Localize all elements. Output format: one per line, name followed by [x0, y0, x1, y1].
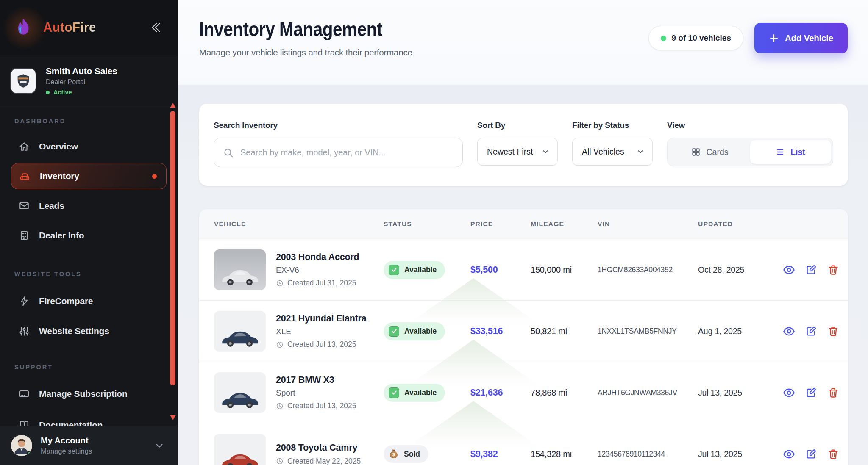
edit-icon [805, 264, 817, 276]
eye-icon [783, 264, 795, 276]
sidebar-item-overview[interactable]: Overview [11, 133, 167, 160]
column-header-price: PRICE [470, 220, 531, 228]
clock-icon [276, 457, 284, 465]
edit-button[interactable] [805, 387, 817, 399]
page-header: Inventory Management Manage your vehicle… [199, 0, 848, 85]
vehicle-trim: EX-V6 [276, 266, 359, 275]
sidebar: AutoFire Smith Auto Sales Dealer Portal … [0, 0, 178, 465]
column-header-vin: VIN [598, 220, 698, 228]
bolt-icon [19, 296, 30, 307]
vehicle-photo [214, 249, 266, 290]
sidebar-item-firecompare[interactable]: FireCompare [11, 288, 167, 314]
add-vehicle-button[interactable]: Add Vehicle [754, 23, 848, 53]
edit-icon [805, 387, 817, 399]
view-button[interactable] [783, 325, 795, 338]
car-icon [19, 171, 31, 182]
status-badge: Available [384, 384, 445, 402]
sidebar-item-leads[interactable]: Leads [11, 193, 167, 219]
status-filter-label: Filter by Status [572, 121, 653, 130]
table-row: 2003 Honda Accord EX-V6 Created Jul 31, … [199, 239, 848, 300]
check-square-icon [389, 388, 399, 398]
money-bag-icon: $ [389, 449, 399, 459]
delete-button[interactable] [827, 387, 839, 399]
scrollbar-up-arrow[interactable] [170, 103, 176, 108]
status-filter-select[interactable]: All Vehicles [572, 138, 653, 166]
delete-button[interactable] [827, 264, 839, 276]
status-badge: Available [384, 322, 445, 340]
vehicle-created: Created May 22, 2025 [276, 457, 361, 465]
sort-select[interactable]: Newest First [477, 138, 558, 166]
vehicle-updated: Oct 28, 2025 [698, 265, 783, 275]
dealer-subtitle: Dealer Portal [46, 78, 117, 86]
view-button[interactable] [783, 387, 795, 399]
vehicle-name: 2021 Hyundai Elantra [276, 313, 366, 324]
vehicle-photo [214, 311, 266, 352]
search-input[interactable] [214, 138, 463, 167]
table-row: 2017 BMW X3 Sport Created Jul 13, 2025 A… [199, 362, 848, 423]
building-icon [19, 230, 30, 241]
column-header-updated: UPDATED [698, 220, 783, 228]
check-square-icon [389, 326, 399, 337]
sliders-icon [19, 326, 30, 337]
main-content: Inventory Management Manage your vehicle… [178, 0, 868, 465]
sidebar-item-dealer-info[interactable]: Dealer Info [11, 222, 167, 249]
vehicle-mileage: 150,000 mi [531, 265, 598, 275]
edit-button[interactable] [805, 325, 817, 337]
column-header-status: STATUS [384, 220, 470, 228]
vehicle-photo [214, 434, 266, 465]
chevron-down-icon[interactable] [154, 440, 165, 451]
section-label-dashboard: DASHBOARD [14, 118, 167, 125]
vehicle-name: 2008 Toyota Camry [276, 443, 361, 453]
delete-button[interactable] [827, 448, 839, 460]
status-badge: $ Sold [384, 445, 428, 463]
my-account-footer[interactable]: My Account Manage settings [0, 426, 178, 465]
brand-header: AutoFire [0, 0, 178, 55]
sidebar-item-manage-subscription[interactable]: Manage Subscription [11, 381, 167, 407]
clock-icon [276, 402, 284, 410]
eye-icon [783, 325, 795, 338]
vehicle-name: 2003 Honda Accord [276, 252, 359, 263]
clock-icon [276, 341, 284, 349]
section-label-website-tools: WEBSITE TOOLS [14, 271, 167, 277]
table-row: 2021 Hyundai Elantra XLE Created Jul 13,… [199, 300, 848, 362]
chevron-down-icon [636, 147, 645, 156]
inventory-table: VEHICLE STATUS PRICE MILEAGE VIN UPDATED… [199, 209, 848, 465]
vehicle-name: 2017 BMW X3 [276, 375, 356, 385]
sidebar-collapse-button[interactable] [149, 19, 165, 36]
view-button[interactable] [783, 448, 795, 460]
sidebar-item-inventory[interactable]: Inventory [11, 163, 167, 189]
list-icon [776, 147, 785, 157]
view-button[interactable] [783, 264, 795, 276]
dealer-profile: Smith Auto Sales Dealer Portal Active [0, 55, 178, 108]
view-toggle: Cards List [667, 138, 833, 166]
vehicle-vin: 1NXXL1TSAMB5FNNJY [598, 327, 698, 336]
column-header-vehicle: VEHICLE [214, 220, 384, 228]
trash-icon [827, 448, 839, 460]
dealer-logo-avatar [10, 68, 36, 94]
vehicle-price: $21,636 [470, 388, 531, 398]
edit-button[interactable] [805, 264, 817, 276]
sidebar-scrollbar-thumb[interactable] [170, 111, 175, 385]
delete-button[interactable] [827, 325, 839, 337]
trash-icon [827, 264, 839, 276]
edit-button[interactable] [805, 448, 817, 460]
table-header-row: VEHICLE STATUS PRICE MILEAGE VIN UPDATED [199, 209, 848, 239]
page-subtitle: Manage your vehicle listings and track t… [199, 47, 412, 58]
vehicle-price: $9,382 [470, 449, 531, 459]
double-chevron-left-icon [150, 21, 163, 34]
vehicle-updated: Jul 13, 2025 [698, 388, 783, 398]
status-badge: Available [384, 261, 445, 279]
sidebar-item-website-settings[interactable]: Website Settings [11, 318, 167, 344]
scrollbar-down-arrow[interactable] [170, 415, 176, 420]
view-list-button[interactable]: List [750, 140, 831, 164]
check-square-icon [389, 265, 399, 275]
dealer-name: Smith Auto Sales [46, 66, 117, 76]
chevron-down-icon [541, 147, 550, 156]
table-row: 2008 Toyota Camry Created May 22, 2025 $… [199, 423, 848, 465]
filter-toolbar: Search Inventory Sort By Newest First Fi… [199, 104, 848, 186]
search-label: Search Inventory [214, 121, 463, 130]
eye-icon [783, 448, 795, 460]
plus-icon [769, 33, 779, 43]
green-dot-icon [661, 36, 666, 41]
view-cards-button[interactable]: Cards [670, 140, 750, 164]
